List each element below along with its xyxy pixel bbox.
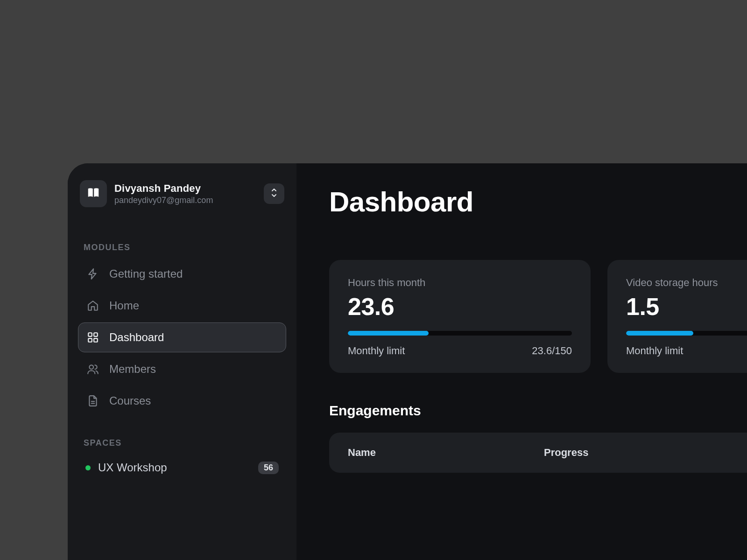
sidebar-item-courses[interactable]: Courses [78, 386, 286, 416]
column-progress: Progress [544, 447, 747, 459]
engagements-table: Name Progress Status [329, 433, 747, 473]
metric-value: 23.6 [348, 293, 572, 321]
chevron-up-down-icon [270, 188, 278, 200]
svg-rect-0 [88, 333, 92, 336]
sidebar-item-dashboard[interactable]: Dashboard [78, 322, 286, 352]
status-dot-icon [85, 465, 91, 470]
metric-card-hours: Hours this month 23.6 Monthly limit 23.6… [329, 260, 591, 373]
account-email: pandeydivy07@gmail.com [114, 196, 256, 205]
sidebar-item-label: Courses [109, 394, 151, 407]
page-title: Dashboard [329, 186, 747, 218]
column-name: Name [348, 447, 544, 459]
sidebar-section-modules: MODULES [78, 243, 286, 252]
metric-title: Video storage hours [626, 277, 747, 289]
sidebar-item-label: Getting started [109, 267, 183, 280]
sidebar-item-home[interactable]: Home [78, 291, 286, 321]
sidebar-item-label: Dashboard [109, 331, 164, 344]
section-title-engagements: Engagements [329, 403, 747, 419]
sidebar-item-label: Members [109, 363, 156, 376]
metric-limit-value: 23.6/150 [532, 345, 572, 357]
metric-cards: Hours this month 23.6 Monthly limit 23.6… [329, 260, 747, 373]
progress-bar-fill [348, 331, 429, 336]
progress-bar-fill [626, 331, 693, 336]
sidebar-section-spaces: SPACES [78, 438, 286, 448]
metric-limit-label: Monthly limit [626, 345, 683, 357]
sidebar-item-label: Home [109, 299, 139, 312]
zap-icon [86, 268, 100, 280]
account-switch-button[interactable] [264, 183, 284, 204]
file-icon [86, 395, 100, 407]
progress-bar [348, 331, 572, 336]
svg-point-4 [89, 365, 93, 369]
table-header: Name Progress Status [348, 447, 747, 459]
space-item-badge: 56 [258, 462, 279, 474]
svg-rect-2 [88, 338, 92, 342]
svg-rect-1 [94, 333, 98, 336]
sidebar-item-members[interactable]: Members [78, 354, 286, 384]
account-switcher[interactable]: Divyansh Pandey pandeydivy07@gmail.com [78, 180, 286, 207]
metric-title: Hours this month [348, 277, 572, 289]
spaces-list: UX Workshop 56 [78, 455, 286, 480]
app-window: Divyansh Pandey pandeydivy07@gmail.com M… [68, 163, 747, 560]
dashboard-icon [86, 331, 100, 343]
book-open-icon [86, 186, 100, 202]
metric-card-video-storage: Video storage hours 1.5 Monthly limit [607, 260, 747, 373]
sidebar-nav: Getting started Home [78, 259, 286, 416]
sidebar: Divyansh Pandey pandeydivy07@gmail.com M… [68, 163, 296, 560]
progress-bar [626, 331, 747, 336]
metric-limit-label: Monthly limit [348, 345, 405, 357]
account-name: Divyansh Pandey [114, 182, 256, 195]
space-item-ux-workshop[interactable]: UX Workshop 56 [78, 455, 286, 480]
home-icon [86, 300, 100, 312]
space-item-label: UX Workshop [98, 461, 167, 474]
svg-rect-3 [94, 338, 98, 342]
main-content: Dashboard Hours this month 23.6 Monthly … [296, 163, 747, 560]
metric-value: 1.5 [626, 293, 747, 321]
workspace-logo [80, 180, 107, 207]
sidebar-item-getting-started[interactable]: Getting started [78, 259, 286, 289]
members-icon [86, 363, 100, 375]
